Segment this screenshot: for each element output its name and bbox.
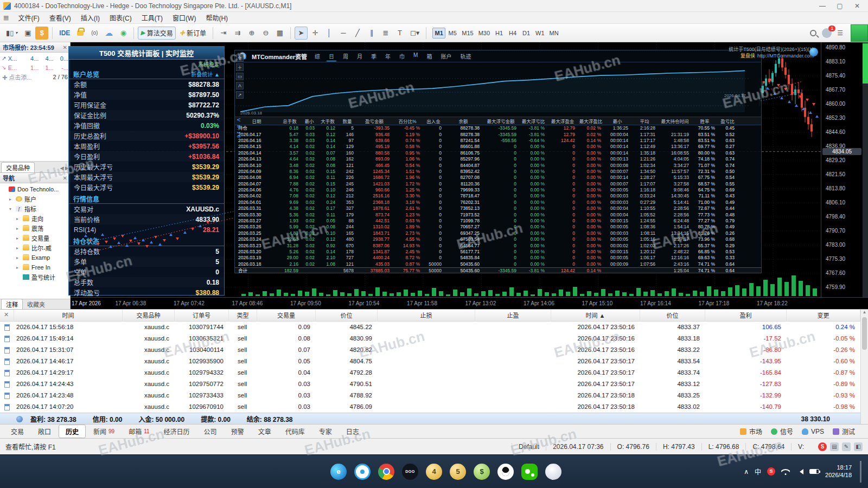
terminal-column-header[interactable]: 交易品种: [123, 310, 175, 322]
terminal-tab[interactable]: 专家: [312, 425, 339, 438]
commander-row[interactable]: 2026.04.019.690.020.243532368.183.18 %07…: [235, 200, 761, 206]
time-axis[interactable]: 17 Apr 202617 Apr 06:3817 Apr 07:4217 Ap…: [71, 297, 868, 309]
commander-column-header[interactable]: 最小: [301, 118, 317, 124]
tray-chevron-icon[interactable]: ∧: [744, 468, 749, 476]
commander-row[interactable]: 2026.04.163.380.030.1497639.660.74 %0872…: [235, 138, 761, 144]
cloud-sync-button[interactable]: ☁: [102, 27, 116, 40]
green-panel-indicator[interactable]: [851, 24, 868, 42]
history-row[interactable]: 2026.04.17 14:07:20xauusd.c1029670910sel…: [0, 401, 868, 413]
terminal-tab[interactable]: 经济日历: [157, 425, 196, 438]
terminal-column-header[interactable]: 止盈: [475, 310, 551, 322]
commander-row[interactable]: 2026.04.134.640.020.08162893.091.06 %085…: [235, 156, 761, 162]
commander-menu-item[interactable]: 周: [341, 52, 350, 61]
tab-scroll-arrows[interactable]: ◀ ▶: [60, 165, 69, 172]
navigator-item[interactable]: ▸交易量: [0, 233, 70, 243]
mt4-app-icon[interactable]: 4: [426, 464, 442, 480]
ide-button[interactable]: IDE: [56, 27, 73, 40]
wechat-icon[interactable]: [521, 464, 538, 480]
commander-menu-item[interactable]: 年: [383, 52, 393, 61]
timeframe-M5[interactable]: M5: [446, 28, 459, 38]
panel-tab-test[interactable]: 测试: [833, 427, 855, 436]
menu-item[interactable]: 窗口(W): [168, 12, 201, 23]
channel-tool-button[interactable]: ∥: [365, 27, 378, 40]
terminal-close-button[interactable]: ✕: [4, 311, 9, 318]
commander-row[interactable]: 2026.04.086.940.020.112261686.721.96 %08…: [235, 175, 761, 181]
ime-indicator[interactable]: 中: [755, 467, 761, 476]
commander-menu-item[interactable]: 箱: [424, 52, 434, 61]
timeframe-M15[interactable]: M15: [459, 28, 475, 38]
timeframe-H4[interactable]: H4: [506, 28, 519, 38]
commander-menu-item[interactable]: 月: [355, 52, 365, 61]
tree-arrow-icon[interactable]: ▸: [16, 216, 21, 221]
commander-menu-item[interactable]: 巾: [397, 52, 407, 61]
layout-icon[interactable]: ▤: [830, 442, 839, 451]
terminal-tab[interactable]: 公司: [197, 425, 224, 438]
minimize-button[interactable]: —: [815, 2, 830, 10]
navigator-tab[interactable]: 收藏夹: [23, 299, 49, 309]
signal-logo-icon[interactable]: S: [818, 442, 827, 451]
commander-row[interactable]: 2026.03.2331.280.020.926708387.0614.93 %…: [235, 242, 761, 248]
commander-row[interactable]: 2026.03.182.160.021.08121435.030.87 %500…: [235, 261, 761, 267]
commander-menu-item[interactable]: 综: [312, 52, 322, 61]
tree-arrow-icon[interactable]: ▸: [16, 255, 21, 260]
algo-trading-button[interactable]: ▶算法交易: [138, 27, 175, 40]
chart-tool-box-icon[interactable]: ▭: [236, 73, 244, 80]
menu-item[interactable]: 图表(C): [105, 12, 137, 23]
commander-column-header[interactable]: 盈亏金额: [356, 118, 392, 124]
commander-column-header[interactable]: 最小: [604, 118, 631, 124]
timeframe-M30[interactable]: M30: [476, 28, 492, 38]
cursor-tool-button[interactable]: ➤: [295, 27, 308, 40]
commander-row[interactable]: 2026.03.254.830.020.101651843.712.73 %06…: [235, 230, 761, 236]
price-axis[interactable]: 4890.804883.104875.404867.704860.004852.…: [821, 42, 868, 297]
chart-tool-arrow-icon[interactable]: ↗: [236, 91, 244, 99]
panel-tab-market[interactable]: 市场: [740, 427, 762, 436]
menu-item[interactable]: 插入(I): [76, 12, 105, 23]
commander-column-header[interactable]: 总手数: [278, 118, 301, 124]
timeframe-W1[interactable]: W1: [533, 28, 547, 38]
menu-item[interactable]: 查看(V): [44, 12, 76, 23]
lock-icon[interactable]: [74, 27, 87, 40]
commander-row[interactable]: 2026.04.098.360.020.152421245.341.51 %08…: [235, 169, 761, 175]
commander-column-header[interactable]: 余额: [444, 118, 482, 124]
chart-tool-move-icon[interactable]: ✛: [236, 54, 244, 62]
commander-row[interactable]: 持仓0.180.030.125-393.35-0.45 %088278.38-3…: [235, 125, 761, 131]
volume-icon[interactable]: [796, 469, 803, 474]
window-layout-button[interactable]: ▣: [21, 27, 34, 40]
commander-column-header[interactable]: 数量: [338, 118, 356, 124]
doo-app-icon[interactable]: DOO: [402, 464, 418, 480]
auto-scroll-button[interactable]: ⇉: [231, 27, 244, 40]
chart-levels-icon[interactable]: ☰: [837, 29, 843, 37]
terminal-column-header[interactable]: 订单号: [175, 310, 229, 322]
terminal-column-header[interactable]: 变更: [787, 310, 860, 322]
deposit-button[interactable]: $: [35, 27, 48, 40]
show-desktop-button[interactable]: [860, 461, 861, 483]
commander-column-header[interactable]: 出入金: [423, 118, 444, 124]
commander-menu-item[interactable]: 轨迹: [458, 52, 473, 61]
terminal-tab[interactable]: 代码库: [279, 425, 311, 438]
terminal-column-header[interactable]: 价位: [316, 310, 378, 322]
scroll-to-latest-icon[interactable]: [809, 48, 818, 56]
new-order-button[interactable]: ✚新订单: [177, 27, 209, 40]
terminal-column-header[interactable]: 类型: [229, 310, 257, 322]
navigator-item[interactable]: Doo Technolo...: [0, 184, 70, 194]
history-row[interactable]: 2026.04.17 14:46:17xauusd.c1029935900sel…: [0, 356, 868, 367]
chart-tool-text-icon[interactable]: A: [236, 82, 244, 89]
terminal-tab[interactable]: 文章: [252, 425, 278, 438]
menu-item[interactable]: 文件(F): [13, 12, 44, 23]
timeframe-M1[interactable]: M1: [432, 28, 445, 38]
commander-column-header[interactable]: 日期: [235, 118, 278, 124]
collapse-toggle[interactable]: 折叠统计 ▲: [191, 70, 220, 78]
chrome-icon[interactable]: [378, 464, 394, 480]
grid-button[interactable]: ▦: [273, 27, 286, 40]
commander-row[interactable]: 2026.04.103.480.020.08121466.450.54 %084…: [235, 162, 761, 168]
navigator-item[interactable]: ▸走向: [0, 214, 70, 223]
broadcast-button[interactable]: (o): [88, 27, 101, 40]
terminal-tab-active[interactable]: 历史: [59, 425, 86, 438]
commander-column-header[interactable]: 最大浮盈比: [578, 118, 604, 124]
commander-column-header[interactable]: 盈亏比: [718, 118, 737, 124]
horizontal-line-tool-button[interactable]: ─: [337, 27, 350, 40]
menu-item[interactable]: 工具(T): [137, 12, 168, 23]
commander-row[interactable]: 2026.04.064.760.020.10246960.661.25 %079…: [235, 187, 761, 193]
commander-column-header[interactable]: 胜率: [692, 118, 718, 124]
shift-chart-button[interactable]: ⇥: [217, 27, 230, 40]
